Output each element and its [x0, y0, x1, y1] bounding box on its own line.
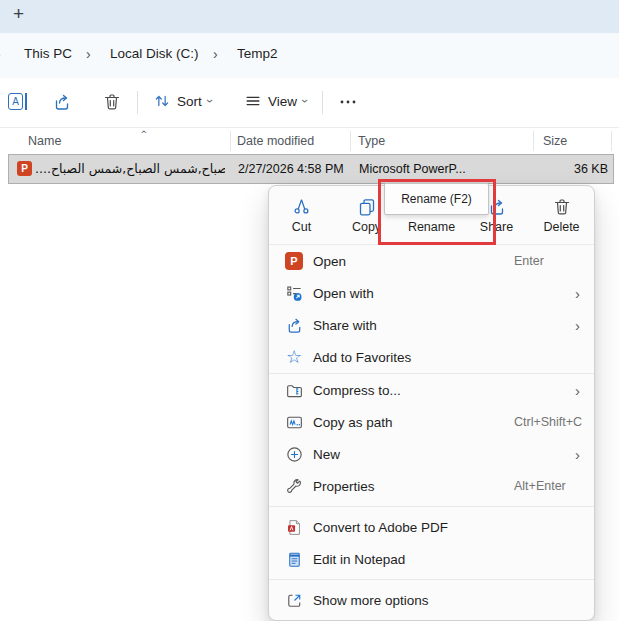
file-date-modified: 2/27/2026 4:58 PM	[238, 162, 344, 176]
menu-separator	[269, 506, 594, 507]
menu-item-edit-in-notepad[interactable]: Edit in Notepad	[269, 543, 594, 575]
file-name: ....شمس الصباح,شمس الصباح,شمس الصباح	[35, 161, 225, 176]
menu-item-show-more-options[interactable]: Show more options	[269, 584, 594, 616]
submenu-chevron-icon: ›	[575, 446, 580, 463]
toolbar-divider	[137, 91, 138, 114]
delete-button[interactable]	[102, 92, 122, 112]
breadcrumb-temp2[interactable]: Temp2	[237, 46, 278, 61]
copy-icon	[357, 197, 377, 217]
file-row-selected[interactable]: P ....شمس الصباح,شمس الصباح,شمس الصباح 2…	[8, 154, 614, 184]
open-with-icon	[285, 284, 304, 303]
view-button[interactable]: View ›	[244, 92, 307, 110]
new-icon	[285, 445, 304, 464]
share-label: Share	[480, 220, 513, 234]
chevron-down-icon: ›	[203, 99, 217, 103]
shortcut-label: Enter	[514, 254, 544, 268]
show-more-options-icon	[285, 591, 304, 610]
toolbar-divider	[322, 91, 323, 114]
properties-icon	[285, 477, 304, 496]
menu-item-open[interactable]: P Open Enter	[269, 245, 594, 277]
menu-item-properties[interactable]: Properties Alt+Enter	[269, 470, 594, 502]
breadcrumb-this-pc[interactable]: This PC	[24, 46, 72, 61]
command-bar: A Sort › View ›	[0, 78, 619, 127]
menu-item-new[interactable]: New ›	[269, 438, 594, 470]
chevron-down-icon: ›	[298, 99, 312, 103]
copy-label: Copy	[352, 220, 381, 234]
menu-item-compress-to[interactable]: Compress to... ›	[269, 374, 594, 406]
sort-ascending-icon: ›	[137, 130, 149, 134]
chevron-right-icon: ›	[86, 46, 91, 62]
powerpoint-file-icon: P	[17, 161, 32, 176]
compress-to-icon	[285, 381, 304, 400]
menu-item-add-to-favorites[interactable]: ☆ Add to Favorites	[269, 341, 594, 374]
file-explorer-window: + › This PC › Local Disk (C:) › Temp2 A	[0, 0, 619, 621]
sort-label: Sort	[177, 94, 202, 109]
breadcrumb: › This PC › Local Disk (C:) › Temp2	[0, 33, 619, 79]
submenu-chevron-icon: ›	[575, 382, 580, 399]
file-list-header: Name › Date modified Type Size	[0, 127, 619, 154]
view-icon	[244, 92, 262, 110]
sort-icon	[153, 92, 171, 110]
see-more-button[interactable]	[338, 96, 358, 116]
submenu-chevron-icon: ›	[575, 317, 580, 334]
menu-item-share-with[interactable]: Share with ›	[269, 309, 594, 341]
column-divider[interactable]	[350, 131, 351, 151]
more-icon	[338, 96, 358, 108]
file-size: 36 KB	[574, 162, 608, 176]
copy-as-path-icon	[285, 413, 304, 432]
submenu-chevron-icon: ›	[575, 285, 580, 302]
delete-icon	[552, 197, 572, 217]
notepad-icon	[285, 550, 304, 569]
delete-icon	[102, 92, 122, 112]
cut-icon	[292, 197, 311, 216]
delete-button[interactable]: Delete	[529, 186, 594, 244]
cut-label: Cut	[292, 220, 311, 234]
column-header-size[interactable]: Size	[543, 134, 567, 148]
adobe-pdf-icon	[285, 518, 304, 537]
delete-label: Delete	[543, 220, 579, 234]
share-with-icon	[285, 316, 304, 335]
favorites-star-icon: ☆	[286, 348, 302, 366]
context-menu: Cut Copy Rename Sha	[268, 185, 595, 621]
menu-item-convert-to-adobe-pdf[interactable]: Convert to Adobe PDF	[269, 511, 594, 543]
powerpoint-icon: P	[285, 252, 303, 270]
column-divider[interactable]	[230, 131, 231, 151]
column-divider[interactable]	[611, 131, 612, 151]
rename-tooltip: Rename (F2)	[384, 183, 489, 215]
cut-button[interactable]: Cut	[269, 186, 334, 244]
column-header-type[interactable]: Type	[358, 134, 385, 148]
text-cursor-icon	[25, 93, 27, 110]
shortcut-label: Ctrl+Shift+C	[514, 415, 582, 429]
new-tab-button[interactable]: +	[13, 3, 24, 25]
menu-item-copy-as-path[interactable]: Copy as path Ctrl+Shift+C	[269, 406, 594, 438]
column-header-name[interactable]: Name	[28, 134, 61, 148]
rename-icon: A	[8, 93, 23, 110]
menu-item-open-with[interactable]: Open with ›	[269, 277, 594, 309]
column-header-date-modified[interactable]: Date modified	[237, 134, 314, 148]
tab-bar: +	[0, 0, 619, 33]
file-type: Microsoft PowerP...	[359, 162, 466, 176]
rename-label: Rename	[408, 220, 455, 234]
breadcrumb-local-disk[interactable]: Local Disk (C:)	[110, 46, 199, 61]
menu-separator	[269, 579, 594, 580]
share-icon	[52, 92, 72, 112]
share-icon	[487, 197, 507, 217]
rename-button[interactable]: A	[8, 93, 27, 110]
column-divider[interactable]	[533, 131, 534, 151]
share-button[interactable]	[52, 92, 72, 112]
sort-button[interactable]: Sort ›	[153, 92, 212, 110]
chevron-right-icon: ›	[0, 46, 1, 62]
shortcut-label: Alt+Enter	[514, 479, 566, 493]
chevron-right-icon: ›	[213, 46, 218, 62]
view-label: View	[268, 94, 297, 109]
